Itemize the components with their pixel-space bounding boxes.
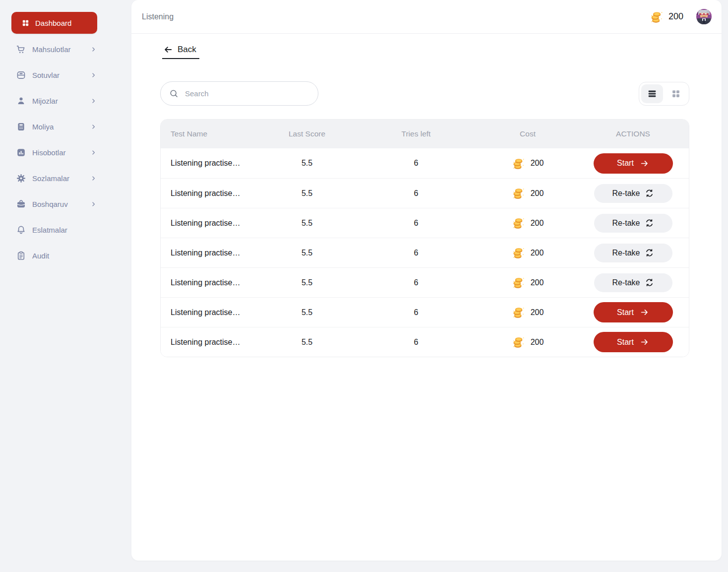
retake-button[interactable]: Re-take (594, 273, 672, 292)
cost-value: 200 (531, 249, 544, 257)
cost-value: 200 (531, 159, 544, 168)
test-name: Listening practise… (161, 278, 260, 287)
table-row: Listening practise… 5.5 6 200 Start (161, 148, 689, 178)
chevron-right-icon (90, 71, 97, 79)
arrow-left-icon (163, 45, 173, 55)
col-tries-left: Tries left (354, 129, 478, 138)
table-row: Listening practise… 5.5 6 200 Re-take (161, 267, 689, 297)
table-row: Listening practise… 5.5 6 200 Start (161, 297, 689, 327)
tries-left: 6 (354, 159, 478, 168)
sidebar-item-mijozlar[interactable]: Mijozlar (11, 88, 97, 114)
tries-left: 6 (354, 338, 478, 347)
action-cell: Re-take (577, 214, 689, 233)
back-link[interactable]: Back (162, 44, 199, 59)
start-button[interactable]: Start (594, 332, 673, 352)
tests-table: Test Name Last Score Tries left Cost ACT… (160, 119, 689, 357)
start-button[interactable]: Start (594, 302, 673, 322)
search-box (160, 81, 318, 106)
sidebar-item-sozlamalar[interactable]: Sozlamalar (11, 165, 97, 191)
sidebar-item-label: Moliya (32, 123, 84, 131)
retake-label: Re-take (612, 278, 640, 287)
briefcase-icon (16, 199, 26, 209)
bell-icon (16, 225, 26, 235)
cost-value: 200 (531, 308, 544, 317)
refresh-icon (645, 248, 654, 257)
grid-view-button[interactable] (665, 84, 687, 103)
sidebar-item-label: Boshqaruv (32, 200, 84, 208)
chevron-right-icon (90, 46, 97, 53)
start-label: Start (617, 159, 634, 168)
action-cell: Start (577, 153, 689, 174)
chevron-right-icon (90, 175, 97, 182)
sidebar-item-hisobotlar[interactable]: Hisobotlar (11, 139, 97, 165)
coin-stack-icon (512, 157, 525, 170)
test-name: Listening practise… (161, 249, 260, 257)
list-view-button[interactable] (641, 84, 663, 103)
calculator-icon (16, 122, 26, 132)
action-cell: Start (577, 302, 689, 322)
sidebar-item-eslatmalar[interactable]: Eslatmalar (11, 217, 97, 243)
sidebar-item-label: Eslatmalar (32, 226, 97, 234)
search-input[interactable] (185, 89, 310, 98)
action-cell: Re-take (577, 273, 689, 292)
search-row (160, 81, 689, 106)
tries-left: 6 (354, 278, 478, 287)
cost-cell: 200 (478, 246, 577, 259)
arrow-right-icon (640, 337, 649, 347)
col-last-score: Last Score (260, 129, 354, 138)
coin-stack-icon (512, 216, 525, 230)
action-cell: Start (577, 332, 689, 352)
sidebar-item-moliya[interactable]: Moliya (11, 114, 97, 139)
coin-balance: 200 (668, 11, 683, 22)
chevron-right-icon (90, 200, 97, 208)
cost-value: 200 (531, 189, 544, 198)
col-cost: Cost (478, 129, 577, 138)
start-label: Start (617, 338, 634, 347)
cost-cell: 200 (478, 276, 577, 289)
user-avatar[interactable] (696, 9, 712, 24)
last-score: 5.5 (260, 249, 354, 257)
table-row: Listening practise… 5.5 6 200 Re-take (161, 178, 689, 208)
sidebar-item-audit[interactable]: Audit (11, 243, 97, 268)
list-view-icon (647, 88, 658, 99)
start-button[interactable]: Start (594, 153, 673, 174)
test-name: Listening practise… (161, 159, 260, 168)
coin-stack-icon (512, 276, 525, 289)
view-toggle (639, 82, 689, 106)
cart-icon (16, 44, 26, 55)
refresh-icon (645, 218, 654, 228)
sidebar-item-boshqaruv[interactable]: Boshqaruv (11, 191, 97, 217)
cost-value: 200 (531, 278, 544, 287)
cost-cell: 200 (478, 157, 577, 170)
sidebar-item-mahsulotlar[interactable]: Mahsulotlar (11, 36, 97, 62)
retake-button[interactable]: Re-take (594, 184, 672, 203)
retake-button[interactable]: Re-take (594, 214, 672, 233)
test-name: Listening practise… (161, 189, 260, 198)
refresh-icon (645, 189, 654, 198)
action-cell: Re-take (577, 184, 689, 203)
sidebar-item-label: Mahsulotlar (32, 45, 84, 54)
cost-cell: 200 (478, 335, 577, 349)
test-name: Listening practise… (161, 219, 260, 228)
tries-left: 6 (354, 308, 478, 317)
page-title: Listening (142, 12, 174, 21)
sidebar-item-sotuvlar[interactable]: Sotuvlar (11, 62, 97, 88)
sidebar-item-dashboard[interactable]: Dashboard (11, 12, 97, 34)
retake-label: Re-take (612, 189, 640, 198)
sidebar-item-label: Sotuvlar (32, 71, 84, 79)
tries-left: 6 (354, 189, 478, 198)
last-score: 5.5 (260, 278, 354, 287)
last-score: 5.5 (260, 159, 354, 168)
table-row: Listening practise… 5.5 6 200 Start (161, 327, 689, 357)
coin-stack-icon (512, 187, 525, 200)
start-label: Start (617, 308, 634, 317)
sidebar-item-label: Mijozlar (32, 97, 84, 105)
sidebar-item-label: Audit (32, 252, 97, 260)
gear-icon (16, 173, 26, 184)
coin-stack-icon (650, 10, 664, 24)
dashboard-icon (21, 19, 30, 27)
chevron-right-icon (90, 123, 97, 130)
test-name: Listening practise… (161, 338, 260, 347)
retake-label: Re-take (612, 219, 640, 228)
retake-button[interactable]: Re-take (594, 244, 672, 262)
